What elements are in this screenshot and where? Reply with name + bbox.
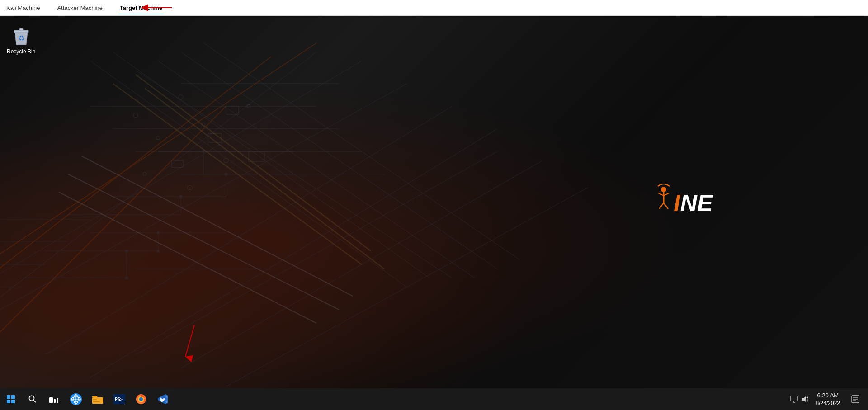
- svg-point-54: [224, 158, 228, 163]
- file-explorer-icon: [92, 394, 104, 404]
- search-button[interactable]: [22, 388, 43, 410]
- file-explorer-button[interactable]: [87, 388, 108, 410]
- svg-rect-84: [92, 397, 103, 404]
- svg-rect-86: [93, 401, 100, 402]
- svg-point-69: [661, 187, 666, 192]
- svg-line-62: [68, 174, 339, 310]
- volume-icon[interactable]: [801, 396, 809, 403]
- recycle-bin-icon[interactable]: ♻ Recycle Bin: [7, 25, 35, 55]
- svg-point-27: [125, 250, 128, 252]
- svg-point-28: [179, 195, 182, 198]
- svg-line-63: [81, 156, 353, 296]
- taskbar: PS >_: [0, 388, 868, 410]
- notification-center-button[interactable]: [847, 388, 863, 410]
- svg-line-74: [664, 203, 668, 209]
- tab-attacker-machine[interactable]: Attacker Machine: [55, 2, 104, 14]
- windows-logo-icon: [7, 395, 15, 403]
- svg-line-71: [658, 193, 664, 196]
- desktop: ♻ Recycle Bin: [0, 16, 868, 388]
- ine-logo: INE: [656, 184, 755, 220]
- vscode-button[interactable]: [152, 388, 174, 410]
- nav-arrow-annotation: [140, 1, 176, 14]
- svg-rect-50: [226, 106, 239, 114]
- display-settings-icon[interactable]: [790, 396, 798, 403]
- svg-point-57: [188, 185, 192, 190]
- internet-explorer-button[interactable]: [65, 388, 87, 410]
- start-button[interactable]: [0, 388, 22, 410]
- vscode-icon: [157, 393, 169, 405]
- powershell-button[interactable]: PS >_: [108, 388, 130, 410]
- svg-point-32: [125, 277, 128, 279]
- powershell-icon: PS >_: [113, 394, 125, 404]
- top-navigation-bar: Kali Machine Attacker Machine Target Mac…: [0, 0, 868, 16]
- svg-line-4: [45, 106, 452, 355]
- svg-line-72: [664, 193, 669, 196]
- svg-line-76: [185, 325, 194, 357]
- ine-logo-svg: INE: [656, 184, 755, 220]
- svg-line-61: [145, 88, 384, 269]
- svg-text:♻: ♻: [18, 34, 24, 42]
- internet-explorer-icon: [70, 393, 82, 405]
- svg-rect-48: [172, 160, 183, 167]
- svg-point-92: [139, 397, 143, 401]
- clock-time: 6:20 AM: [817, 391, 839, 400]
- svg-point-56: [143, 172, 146, 176]
- svg-line-34: [0, 57, 271, 296]
- svg-point-52: [179, 95, 183, 99]
- svg-point-26: [157, 231, 160, 234]
- svg-line-78: [33, 400, 36, 402]
- taskbar-apps: PS >_: [65, 388, 174, 410]
- firefox-button[interactable]: [130, 388, 152, 410]
- taskbar-arrow-annotation: [172, 323, 208, 363]
- svg-line-73: [659, 203, 664, 209]
- search-icon: [28, 395, 37, 403]
- svg-text:INE: INE: [674, 190, 713, 216]
- clock-date: 8/24/2022: [816, 400, 840, 407]
- recycle-bin-svg: ♻: [10, 25, 32, 47]
- firefox-icon: [135, 393, 147, 405]
- system-tray: 6:20 AM 8/24/2022: [790, 388, 868, 410]
- notification-icon: [851, 395, 859, 403]
- svg-rect-85: [93, 399, 97, 400]
- svg-point-51: [133, 113, 138, 118]
- tab-kali-machine[interactable]: Kali Machine: [5, 2, 42, 14]
- task-view-button[interactable]: [43, 388, 65, 410]
- svg-line-5: [90, 129, 497, 377]
- svg-line-3: [0, 52, 316, 332]
- svg-line-39: [158, 61, 475, 278]
- svg-rect-67: [19, 28, 23, 31]
- recycle-bin-label: Recycle Bin: [7, 48, 35, 55]
- system-clock[interactable]: 6:20 AM 8/24/2022: [812, 391, 844, 407]
- task-view-icon: [49, 396, 59, 403]
- svg-text:>_: >_: [120, 397, 125, 402]
- svg-rect-93: [790, 396, 797, 401]
- svg-point-77: [29, 396, 34, 401]
- svg-marker-97: [802, 396, 806, 402]
- svg-point-31: [157, 250, 160, 252]
- tray-icons-group: [790, 396, 809, 403]
- svg-point-53: [156, 136, 160, 140]
